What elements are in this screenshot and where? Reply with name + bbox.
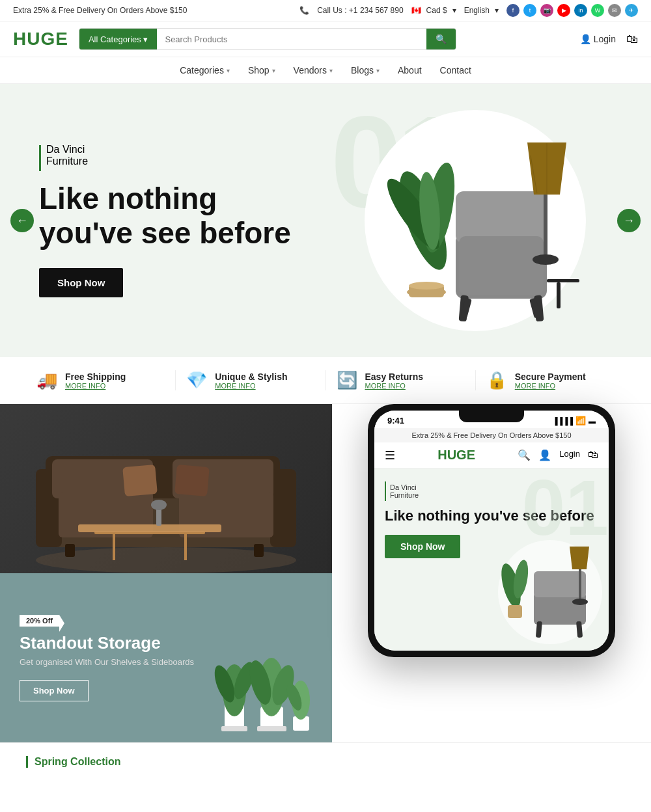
feature-shipping-title: Free Shipping [65, 372, 126, 382]
phone-cart-icon[interactable]: 🛍 [588, 449, 598, 461]
shop-arrow-icon: ▾ [272, 67, 275, 74]
phone-time: 9:41 [387, 416, 404, 426]
feature-stylish-title: Unique & Stylish [215, 372, 287, 382]
storage-subtitle: Get organised With Our Shelves & Sideboa… [20, 657, 312, 667]
discount-text: 20% Off [26, 617, 53, 625]
language-selector[interactable]: English ▾ [464, 6, 499, 15]
nav-blogs-label: Blogs [351, 65, 374, 75]
hero-image [339, 90, 612, 351]
phone-notch [459, 411, 524, 422]
phone-top-banner: Extra 25% & Free Delivery On Orders Abov… [374, 428, 609, 442]
svg-rect-32 [65, 544, 75, 557]
hamburger-icon[interactable]: ☰ [385, 448, 395, 463]
phone-hero: 01 Da Vinci Furniture Like nothing you'v… [374, 468, 609, 651]
top-bar: Extra 25% & Free Delivery On Orders Abov… [0, 0, 651, 21]
twitter-icon[interactable]: t [523, 4, 536, 17]
blogs-arrow-icon: ▾ [376, 67, 380, 74]
cart-button[interactable]: 🛍 [626, 33, 638, 46]
top-bar-right: 📞 Call Us : +1 234 567 890 🇨🇦 Cad $ ▾ En… [299, 4, 638, 17]
svg-rect-56 [508, 605, 522, 618]
phone-logo[interactable]: HUGE [437, 448, 475, 463]
language-arrow: ▾ [495, 6, 499, 15]
feature-stylish-link[interactable]: MORE INFO [215, 382, 287, 390]
currency-selector[interactable]: 🇨🇦 Cad $ ▾ [411, 6, 456, 15]
svg-rect-37 [78, 524, 221, 532]
phone-shop-now-button[interactable]: Shop Now [385, 535, 460, 558]
phone-status-icons: ▐▐▐▐ 📶 ▬ [553, 416, 596, 426]
logo[interactable]: HUGE [13, 29, 68, 49]
svg-rect-31 [174, 465, 210, 496]
svg-rect-25 [270, 469, 296, 547]
nav-shop[interactable]: Shop ▾ [248, 65, 275, 75]
battery-icon: ▬ [589, 417, 596, 425]
returns-icon: 🔄 [337, 370, 357, 390]
phone-header: ☰ HUGE 🔍 👤 Login 🛍 [374, 442, 609, 468]
svg-point-6 [409, 282, 444, 290]
svg-marker-61 [570, 547, 589, 569]
email-icon[interactable]: ✉ [608, 4, 621, 17]
search-bar: All Categories ▾ 🔍 [79, 28, 456, 50]
phone-chair-image [492, 534, 609, 651]
phone-user-icon[interactable]: 👤 [538, 449, 551, 461]
content-row: 20% Off Standout Storage Get organised W… [0, 404, 651, 742]
stylish-icon: 💎 [186, 370, 207, 390]
storage-banner: 20% Off Standout Storage Get organised W… [0, 573, 332, 742]
promo-text: Extra 25% & Free Delivery On Orders Abov… [13, 6, 187, 15]
instagram-icon[interactable]: 📷 [540, 4, 553, 17]
phone-brand-bar [385, 481, 386, 501]
nav-contact[interactable]: Contact [440, 65, 471, 75]
storage-shop-now-button[interactable]: Shop Now [20, 680, 89, 701]
feature-payment-title: Secure Payment [515, 372, 586, 382]
youtube-icon[interactable]: ▶ [557, 4, 570, 17]
phone-icon: 📞 [299, 6, 309, 15]
feature-easy-returns: 🔄 Easy Returns MORE INFO [326, 370, 476, 390]
nav-categories-label: Categories [180, 65, 224, 75]
feature-free-shipping: 🚚 Free Shipping MORE INFO [26, 370, 176, 390]
search-input[interactable] [157, 29, 426, 49]
phone-login-label[interactable]: Login [559, 449, 580, 461]
currency-label: Cad $ [426, 6, 447, 15]
flag-icon: 🇨🇦 [411, 6, 421, 15]
hero-content: Da Vinci Furniture Like nothing you've s… [39, 144, 312, 298]
sofa-image-section [0, 404, 332, 573]
hero-brand-bar [39, 145, 41, 171]
hero-shop-now-button[interactable]: Shop Now [39, 268, 123, 297]
category-select-button[interactable]: All Categories ▾ [79, 29, 158, 49]
hero-next-button[interactable]: → [617, 209, 641, 232]
spring-collection-section: Spring Collection [0, 742, 651, 781]
phone-number: Call Us : +1 234 567 890 [317, 6, 403, 15]
phone-brand-text: Da Vinci Furniture [390, 483, 419, 499]
svg-rect-58 [534, 571, 586, 597]
login-button[interactable]: 👤 Login [580, 34, 616, 44]
facebook-icon[interactable]: f [506, 4, 519, 17]
search-button[interactable]: 🔍 [426, 29, 456, 49]
right-column: 9:41 ▐▐▐▐ 📶 ▬ Extra 25% & Free Delivery … [332, 404, 651, 742]
nav-about[interactable]: About [398, 65, 422, 75]
wifi-icon: 📶 [575, 416, 586, 426]
whatsapp-icon[interactable]: W [591, 4, 604, 17]
phone-search-icon[interactable]: 🔍 [518, 449, 531, 461]
feature-payment-link[interactable]: MORE INFO [515, 382, 586, 390]
currency-arrow: ▾ [452, 6, 456, 15]
discount-badge: 20% Off [20, 615, 59, 627]
telegram-icon[interactable]: ✈ [625, 4, 638, 17]
svg-rect-46 [257, 726, 286, 731]
feature-payment-text: Secure Payment MORE INFO [515, 372, 586, 390]
nav-contact-label: Contact [440, 65, 471, 75]
feature-shipping-link[interactable]: MORE INFO [65, 382, 126, 390]
nav-categories[interactable]: Categories ▾ [180, 65, 230, 75]
login-label: Login [594, 34, 616, 44]
linkedin-icon[interactable]: in [574, 4, 587, 17]
nav-blogs[interactable]: Blogs ▾ [351, 65, 380, 75]
svg-rect-33 [254, 544, 264, 557]
phone-header-icons: 🔍 👤 Login 🛍 [518, 449, 598, 461]
signal-icon: ▐▐▐▐ [553, 417, 573, 425]
nav-vendors[interactable]: Vendors ▾ [294, 65, 333, 75]
svg-rect-15 [557, 282, 561, 308]
svg-point-63 [572, 599, 588, 605]
feature-stylish-text: Unique & Stylish MORE INFO [215, 372, 287, 390]
feature-returns-link[interactable]: MORE INFO [365, 382, 423, 390]
svg-rect-17 [544, 195, 547, 260]
left-column: 20% Off Standout Storage Get organised W… [0, 404, 332, 742]
hero-prev-button[interactable]: ← [10, 209, 34, 232]
